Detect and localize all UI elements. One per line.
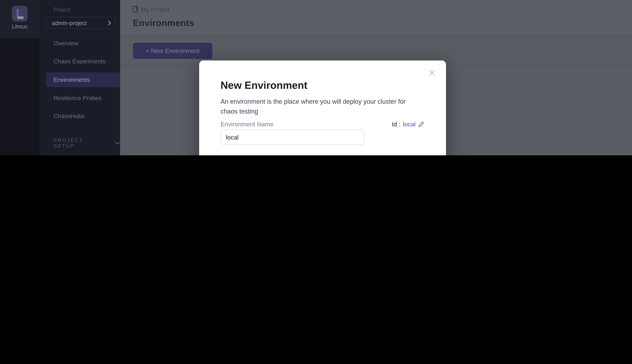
environment-id-value: local [403,120,416,128]
litmus-logo-icon[interactable] [12,6,28,22]
close-icon[interactable] [426,67,438,79]
environment-name-input[interactable] [220,130,364,145]
litmus-logo-label: Litmus [0,24,40,30]
breadcrumb-my-project[interactable]: My Project [141,6,170,13]
project-name: admin-project [52,20,87,26]
environment-name-label: Environment Name [220,120,273,128]
chevron-right-icon [108,20,111,25]
environment-id: Id : local [392,120,425,128]
edit-id-icon[interactable] [418,121,425,128]
sidebar-item-chaoshubs[interactable]: ChaosHubs [40,109,120,124]
breadcrumb: My Project [133,6,176,13]
page-title: Environments [133,18,194,28]
sidebar-item-overview[interactable]: Overview [40,36,120,50]
litmus-app: Litmus A ADMIN Project admin-project Ove… [0,0,632,155]
page-header [120,0,632,36]
chevron-down-icon [115,142,120,145]
project-label: Project [54,7,70,13]
modal-title: New Environment [220,79,308,91]
sidebar-item-resilience-probes[interactable]: Resilience Probes [40,90,120,105]
environment-name-row: Environment Name Id : local [220,120,425,128]
sidebar-item-environments[interactable]: Environments [46,72,120,87]
new-environment-modal: New Environment An environment is the pl… [199,60,446,155]
sidebar-nav: Project admin-project Overview Chaos Exp… [40,0,120,155]
project-selector[interactable]: admin-project [46,17,116,29]
project-setup-toggle[interactable]: PROJECT SETUP [54,138,120,149]
sidebar-item-chaos-experiments[interactable]: Chaos Experiments [40,54,120,68]
icon-rail: Litmus A ADMIN [0,0,40,155]
new-environment-button[interactable]: + New Environment [133,43,212,59]
modal-description: An environment is the place where you wi… [220,97,424,116]
breadcrumb-chevron-icon [172,7,176,12]
project-icon [133,6,138,13]
